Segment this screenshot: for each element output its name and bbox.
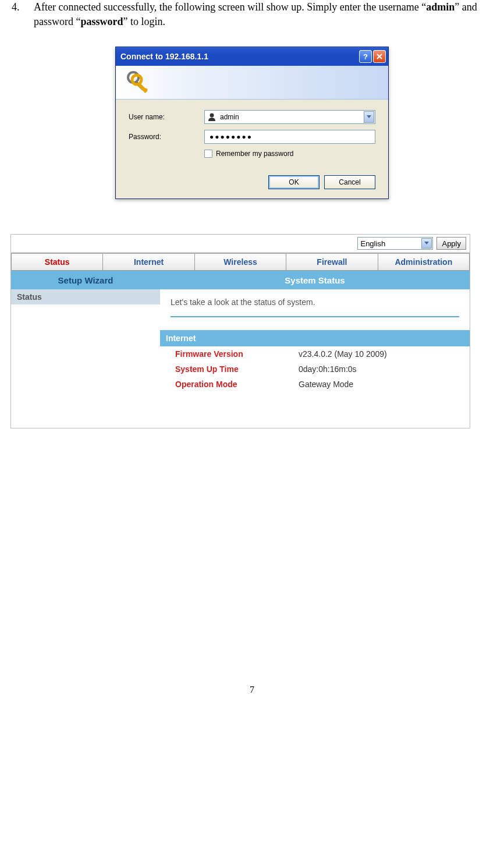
instruction-step: 4. After connected successfully, the fol… xyxy=(12,0,492,29)
remember-checkbox[interactable] xyxy=(204,150,212,158)
row-uptime: System Up Time 0day:0h:16m:0s xyxy=(171,362,459,377)
row-opmode: Operation Mode Gateway Mode xyxy=(171,377,459,392)
tab-firewall[interactable]: Firewall xyxy=(286,253,378,271)
tab-administration[interactable]: Administration xyxy=(378,253,470,271)
content-header: System Status xyxy=(160,271,470,289)
dropdown-arrow-icon[interactable] xyxy=(421,238,432,249)
row-firmware: Firmware Version v23.4.0.2 (May 10 2009) xyxy=(171,346,459,362)
intro-text: Let's take a look at the status of syste… xyxy=(171,297,459,313)
sidebar: Setup Wizard Status xyxy=(11,271,160,428)
dialog-banner xyxy=(116,66,388,100)
tab-internet[interactable]: Internet xyxy=(103,253,194,271)
keys-icon xyxy=(124,68,154,98)
password-field[interactable]: ●●●●●●●● xyxy=(204,130,375,144)
sidebar-header[interactable]: Setup Wizard xyxy=(11,271,160,289)
username-field[interactable]: admin xyxy=(204,110,375,124)
divider xyxy=(171,316,459,317)
section-internet: Internet xyxy=(160,330,470,346)
svg-point-5 xyxy=(210,114,214,118)
apply-button[interactable]: Apply xyxy=(436,237,466,250)
password-label: Password: xyxy=(129,133,204,141)
close-button[interactable] xyxy=(373,50,386,63)
page-number: 7 xyxy=(12,685,492,695)
language-select[interactable]: English xyxy=(357,237,433,250)
remember-label: Remember my password xyxy=(216,150,293,158)
dialog-titlebar[interactable]: Connect to 192.168.1.1 ? xyxy=(116,47,388,66)
user-icon xyxy=(207,112,216,122)
nav-tabs: Status Internet Wireless Firewall Admini… xyxy=(11,253,470,271)
dialog-title: Connect to 192.168.1.1 xyxy=(120,52,358,61)
router-admin-page: English Apply Status Internet Wireless F… xyxy=(10,234,470,428)
auth-dialog: Connect to 192.168.1.1 ? User name: xyxy=(115,47,389,199)
help-button[interactable]: ? xyxy=(359,50,372,63)
dropdown-arrow-icon[interactable] xyxy=(364,111,374,123)
tab-wireless[interactable]: Wireless xyxy=(195,253,286,271)
username-label: User name: xyxy=(129,113,204,121)
step-text: After connected successfully, the follow… xyxy=(34,0,492,29)
tab-status[interactable]: Status xyxy=(11,253,103,271)
sidebar-item-status[interactable]: Status xyxy=(11,289,160,306)
close-icon xyxy=(377,54,382,59)
step-number: 4. xyxy=(12,0,23,29)
ok-button[interactable]: OK xyxy=(268,175,320,189)
cancel-button[interactable]: Cancel xyxy=(324,175,375,189)
